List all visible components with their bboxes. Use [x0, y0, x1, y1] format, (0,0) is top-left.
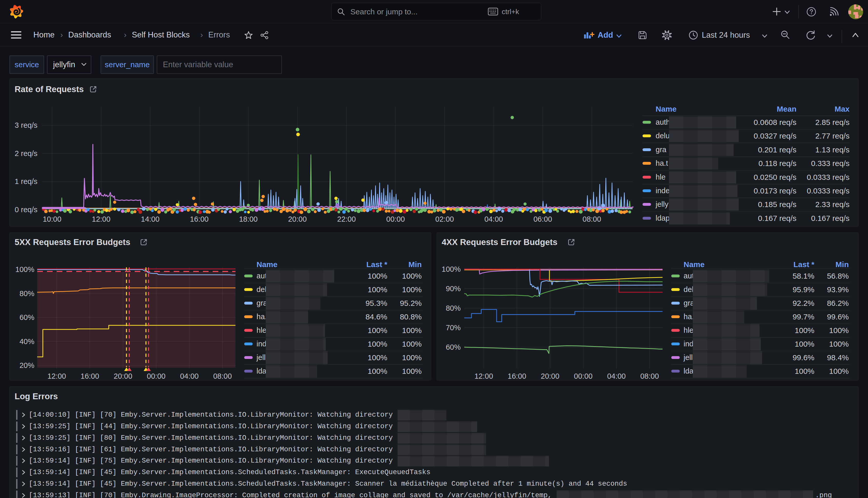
- svg-text:04:00: 04:00: [607, 372, 626, 380]
- svg-text:60%: 60%: [446, 343, 461, 351]
- svg-text:08:00: 08:00: [640, 372, 659, 380]
- svg-text:12:00: 12:00: [48, 372, 66, 380]
- svg-text:16:00: 16:00: [508, 372, 526, 380]
- svg-text:80%: 80%: [19, 289, 35, 298]
- svg-text:70%: 70%: [446, 324, 461, 332]
- svg-text:16:00: 16:00: [81, 372, 99, 380]
- svg-text:00:00: 00:00: [574, 372, 593, 380]
- svg-text:100%: 100%: [442, 265, 461, 273]
- svg-text:100%: 100%: [15, 265, 35, 274]
- svg-text:40%: 40%: [19, 337, 35, 345]
- svg-text:20:00: 20:00: [113, 372, 132, 380]
- svg-text:12:00: 12:00: [475, 372, 493, 380]
- svg-text:08:00: 08:00: [213, 372, 232, 380]
- svg-text:20:00: 20:00: [541, 372, 559, 380]
- svg-text:60%: 60%: [19, 313, 35, 322]
- svg-text:00:00: 00:00: [147, 372, 166, 380]
- svg-text:04:00: 04:00: [180, 372, 199, 380]
- svg-text:90%: 90%: [446, 285, 461, 293]
- svg-text:80%: 80%: [446, 304, 461, 312]
- svg-text:20%: 20%: [19, 361, 35, 369]
